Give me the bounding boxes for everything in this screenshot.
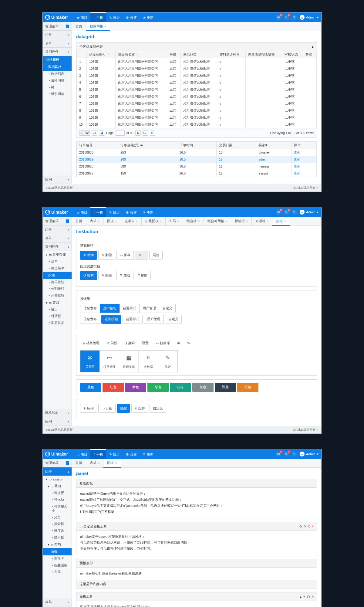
- sidebar-item[interactable]: 提示框: [43, 534, 72, 541]
- sidebar-header-tree[interactable]: 网格和树▾: [43, 409, 72, 417]
- table-row[interactable]: 410695南京天泽星网股份有限公司正式光纤通信设备配件√已审核-: [77, 79, 317, 86]
- toolbar-button[interactable]: ⎘ 档案管理: [80, 339, 103, 348]
- table-row[interactable]: 710695南京天泽星网股份有限公司正式光纤通信设备配件√已审核-: [77, 100, 317, 107]
- sidebar-item-datagrid[interactable]: 数据网格: [43, 63, 72, 71]
- close-icon[interactable]: ×: [115, 462, 117, 465]
- close-icon[interactable]: ×: [160, 220, 162, 223]
- minimize-icon[interactable]: −: [303, 595, 305, 598]
- sidebar-header-mgmt[interactable]: 管理菜单: [43, 459, 72, 467]
- view-link[interactable]: 查看: [294, 164, 300, 168]
- sidebar-header-app[interactable]: 应用▾: [43, 175, 72, 184]
- toolbar-button[interactable]: ▭ 数据库: [153, 339, 173, 348]
- table-row[interactable]: 210695南京天泽星网股份有限公司正式光纤通信设备配件√已审核-: [77, 65, 317, 72]
- seg-button[interactable]: 自定义: [165, 315, 182, 324]
- next-page-button[interactable]: ▶: [135, 130, 141, 136]
- toolbar-button[interactable]: 设置: [139, 339, 152, 348]
- tab[interactable]: 首页: [72, 22, 86, 31]
- chat-icon[interactable]: ✎: [284, 210, 289, 215]
- close-icon[interactable]: X: [312, 525, 314, 528]
- seg-button[interactable]: 用户管理: [140, 304, 159, 313]
- logo[interactable]: UUimaker: [45, 210, 73, 215]
- topnav-设置[interactable]: ⚙设置: [123, 449, 140, 459]
- tab[interactable]: 选项卡×: [121, 217, 142, 226]
- close-icon[interactable]: ×: [105, 25, 106, 28]
- sidebar-header-comp[interactable]: 组件▾: [43, 226, 72, 234]
- big-icon-button[interactable]: ≋大数据: [139, 351, 158, 372]
- sidebar-item-switch-btn[interactable]: 开关按钮: [43, 292, 72, 299]
- close-icon[interactable]: X: [312, 595, 314, 598]
- sidebar-header-form[interactable]: 表单▾: [43, 598, 72, 606]
- sidebar-item-grid-tree[interactable]: 网格和树: [43, 56, 72, 63]
- refresh-icon[interactable]: ⟳: [304, 525, 306, 528]
- page-size-select[interactable]: 10: [79, 130, 90, 136]
- topnav-更新[interactable]: ⟳更新: [140, 12, 157, 22]
- topnav-项目[interactable]: ▭项目: [73, 207, 90, 217]
- sidebar-item-button[interactable]: 按钮: [43, 272, 72, 279]
- button[interactable]: ▭ 保存: [116, 251, 134, 260]
- seg-button[interactable]: 普通样式: [123, 315, 143, 324]
- sidebar-item[interactable]: 数据列表: [43, 71, 72, 77]
- sidebar-header-comp[interactable]: 组件▾: [43, 31, 72, 39]
- toolbar-button[interactable]: ✎: [184, 339, 193, 348]
- topnav-项目[interactable]: ▭项目: [73, 449, 90, 459]
- sidebar-header-comp[interactable]: 组件▴: [43, 467, 72, 476]
- sidebar-item[interactable]: 树: [43, 84, 72, 91]
- logo[interactable]: UUimaker: [45, 15, 73, 20]
- button[interactable]: ▭ 日期: [98, 404, 116, 413]
- toolbar-button[interactable]: ⟳ 刷新: [104, 339, 120, 348]
- button[interactable]: 自定义: [150, 404, 166, 413]
- sidebar-item[interactable]: 进度条: [43, 527, 72, 534]
- view-link[interactable]: 查看: [294, 171, 300, 175]
- topnav-统计[interactable]: ✎统计: [106, 449, 123, 459]
- sidebar-header-common[interactable]: 常用控件▴: [43, 242, 72, 251]
- sidebar-item-layout-group[interactable]: ▾ ▭ 布局: [43, 541, 72, 548]
- toolbar-button[interactable]: ⊕: [174, 339, 183, 348]
- button[interactable]: 刷新: [149, 251, 163, 260]
- sidebar-item[interactable]: 属性网格: [43, 77, 72, 84]
- button[interactable]: ⊕ 组件: [131, 404, 148, 413]
- sidebar-item[interactable]: 折叠面板: [43, 562, 72, 569]
- seg-button[interactable]: 普通样式: [120, 304, 140, 313]
- sidebar-item[interactable]: 搜索框: [43, 521, 72, 527]
- button[interactable]: Q 搜索: [80, 271, 97, 280]
- topnav-统计[interactable]: ✎统计: [106, 12, 123, 22]
- table-row[interactable]: 2018083025336.510uimaker查看: [77, 149, 317, 156]
- tab[interactable]: 布局×: [166, 217, 183, 226]
- sidebar-item[interactable]: 可调整大小: [43, 503, 72, 514]
- tab[interactable]: 面板×: [103, 459, 121, 468]
- tab[interactable]: 按钮×: [272, 217, 290, 226]
- chat-icon[interactable]: ✎: [284, 452, 289, 456]
- tab[interactable]: 组合框×: [183, 217, 204, 226]
- sidebar-item-base[interactable]: ▾ ▭ 基础: [43, 483, 72, 490]
- sidebar-item-simple-btn[interactable]: 简单按钮: [43, 279, 72, 286]
- maximize-icon[interactable]: ▢: [307, 595, 310, 598]
- orders-table[interactable]: 订单编号订单金额(元) ≑下单时间交易日期买家ID操作2018083025336…: [76, 142, 317, 177]
- sidebar-header-form[interactable]: 表单▾: [43, 234, 72, 242]
- table-row[interactable]: 110695南京天泽星网股份有限公司正式光纤通信设备配件√已审核-: [77, 58, 317, 65]
- close-icon[interactable]: ×: [284, 220, 286, 223]
- msg-icon[interactable]: ✉: [276, 15, 281, 20]
- sidebar-item-win[interactable]: 窗口: [43, 306, 72, 313]
- sidebar-item-split-btn[interactable]: 分割按钮: [43, 286, 72, 292]
- collapse-icon[interactable]: [66, 25, 69, 28]
- tab[interactable]: 折叠面板×: [142, 217, 166, 226]
- color-button[interactable]: 深蓝: [215, 383, 236, 392]
- table-row[interactable]: 910695南京天泽星网股份有限公司正式光纤通信设备配件√已审核-: [77, 114, 317, 121]
- close-icon[interactable]: ×: [98, 220, 99, 223]
- button[interactable]: ? 帮助: [135, 271, 151, 280]
- sidebar-item-menu[interactable]: 菜单: [43, 258, 72, 265]
- seg-button[interactable]: 信息发布: [80, 315, 100, 324]
- sidebar-item-msg[interactable]: 消息提示: [43, 320, 72, 326]
- table-row[interactable]: 1010695南京天泽星网股份有限公司正式光纤通信设备配件√已审核-: [77, 121, 317, 128]
- table-row[interactable]: 510695南京天泽星网股份有限公司正式光纤通信设备配件√已审核-: [77, 86, 317, 93]
- sidebar-item[interactable]: 树形网格: [43, 91, 72, 97]
- supplier-table[interactable]: 供应商编号 ≑供应商名称 ≑等级主供品类资料是否完善调查表填报否提交审核状态备注…: [76, 51, 317, 128]
- topnav-更新[interactable]: ⟳更新: [140, 449, 157, 459]
- tab[interactable]: 首页: [72, 459, 86, 467]
- refresh-button[interactable]: ⟳: [150, 130, 155, 136]
- sidebar-item[interactable]: 可放置: [43, 490, 72, 497]
- sidebar-item[interactable]: 布局: [43, 569, 72, 575]
- button[interactable]: ⊕ 应用: [80, 404, 97, 413]
- logo[interactable]: UUimaker: [45, 452, 73, 456]
- button[interactable]: ⟳ 加载: [116, 271, 133, 280]
